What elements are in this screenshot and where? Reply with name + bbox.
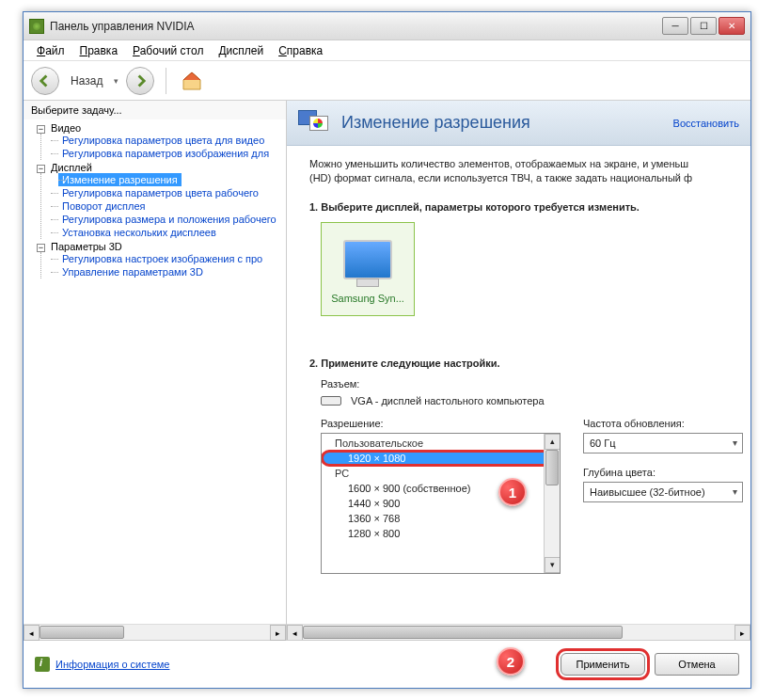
footer: Информация о системе Применить Отмена — [24, 640, 750, 687]
toolbar-separator — [166, 68, 166, 94]
res-item-1920x1080[interactable]: 1920 × 1080 — [322, 451, 560, 466]
res-item-1280x800[interactable]: 1280 × 800 — [322, 526, 560, 541]
toolbar: Назад ▾ — [24, 61, 750, 101]
app-window: Панель управления NVIDIA ─ ☐ ✕ Файл Прав… — [23, 11, 751, 689]
tree-toggle-3d[interactable]: − — [37, 244, 45, 252]
titlebar[interactable]: Панель управления NVIDIA ─ ☐ ✕ — [24, 12, 750, 40]
window-title: Панель управления NVIDIA — [50, 20, 662, 33]
tree-item-rotate[interactable]: Поворот дисплея — [51, 199, 286, 213]
menu-display[interactable]: Дисплей — [213, 42, 269, 59]
forward-button[interactable] — [126, 67, 154, 95]
main-panel: Изменение разрешения Восстановить Можно … — [287, 101, 750, 640]
tree-item-video-image[interactable]: Регулировка параметров изображения для — [51, 147, 286, 160]
display-name-label: Samsung Syn... — [331, 293, 404, 304]
info-icon — [35, 657, 50, 672]
menu-help[interactable]: Справка — [273, 42, 328, 59]
arrow-left-icon — [39, 74, 52, 88]
connector-value: VGA - дисплей настольного компьютера — [351, 395, 545, 406]
resolution-header-icon — [298, 108, 332, 138]
menu-desktop[interactable]: Рабочий стол — [127, 42, 209, 59]
tree-item-video-color[interactable]: Регулировка параметров цвета для видео — [51, 134, 286, 147]
home-button[interactable] — [178, 67, 206, 95]
tree-group-video[interactable]: Видео — [51, 122, 81, 134]
back-dropdown[interactable]: ▾ — [114, 76, 118, 86]
callout-2: 2 — [497, 647, 525, 676]
close-button[interactable]: ✕ — [719, 17, 745, 35]
step1-title: 1. Выберите дисплей, параметры которого … — [309, 201, 743, 213]
cancel-button[interactable]: Отмена — [655, 653, 739, 676]
callout-1: 1 — [498, 478, 527, 506]
scroll-right-icon[interactable]: ▸ — [270, 625, 286, 641]
vga-connector-icon — [321, 396, 341, 406]
tree-toggle-video[interactable]: − — [37, 125, 45, 134]
refresh-label: Частота обновления: — [583, 418, 743, 429]
arrow-right-icon — [134, 74, 147, 88]
scroll-up-icon[interactable]: ▴ — [545, 434, 561, 450]
resolution-label: Разрешение: — [321, 418, 561, 429]
res-group-pc: PC — [322, 466, 560, 481]
scroll-down-icon[interactable]: ▾ — [545, 557, 561, 573]
scroll-left-icon[interactable]: ◂ — [24, 625, 39, 641]
res-item-1360x768[interactable]: 1360 × 768 — [322, 511, 560, 526]
menubar: Файл Правка Рабочий стол Дисплей Справка — [24, 40, 750, 61]
nvidia-icon — [29, 19, 44, 34]
task-tree: − Видео Регулировка параметров цвета для… — [24, 119, 286, 624]
maximize-button[interactable]: ☐ — [690, 17, 717, 35]
tree-item-size-position[interactable]: Регулировка размера и положения рабочего — [51, 213, 286, 226]
tree-item-desktop-color[interactable]: Регулировка параметров цвета рабочего — [51, 186, 286, 199]
restore-link[interactable]: Восстановить — [673, 118, 739, 129]
tree-item-3d-params[interactable]: Управление параметрами 3D — [51, 265, 286, 278]
tree-group-3d[interactable]: Параметры 3D — [51, 241, 122, 252]
page-title: Изменение разрешения — [341, 113, 673, 133]
tree-item-multi-display[interactable]: Установка нескольких дисплеев — [51, 226, 286, 239]
tree-group-display[interactable]: Дисплей — [51, 162, 92, 173]
menu-file[interactable]: Файл — [31, 42, 71, 59]
display-selector[interactable]: Samsung Syn... — [321, 222, 415, 316]
main-scroll-left-icon[interactable]: ◂ — [287, 625, 303, 640]
apply-button[interactable]: Применить — [561, 653, 645, 676]
sidebar-hscrollbar[interactable]: ◂ ▸ — [24, 624, 286, 640]
depth-label: Глубина цвета: — [583, 467, 743, 478]
connector-label: Разъем: — [321, 378, 743, 390]
tree-toggle-display[interactable]: − — [37, 165, 45, 173]
step2-title: 2. Примените следующие настройки. — [309, 358, 743, 369]
main-hscrollbar[interactable]: ◂ ▸ — [287, 624, 750, 640]
res-group-custom: Пользовательское — [322, 436, 560, 451]
sidebar-scroll-thumb[interactable] — [39, 626, 124, 639]
tree-item-3d-image[interactable]: Регулировка настроек изображения с про — [51, 252, 286, 265]
tree-item-resolution[interactable]: Изменение разрешения — [58, 173, 182, 186]
sidebar-title: Выберите задачу... — [24, 101, 286, 119]
home-icon — [181, 70, 203, 92]
back-button[interactable] — [31, 67, 59, 95]
resolution-listbox[interactable]: Пользовательское 1920 × 1080 PC 1600 × 9… — [321, 433, 561, 574]
back-label: Назад — [71, 74, 103, 88]
main-content: Можно уменьшить количество элементов, от… — [287, 146, 750, 624]
resolution-scroll-thumb[interactable] — [545, 450, 559, 485]
main-scroll-thumb[interactable] — [303, 626, 623, 639]
main-header: Изменение разрешения Восстановить — [287, 101, 750, 146]
depth-dropdown[interactable]: Наивысшее (32-битное) — [583, 482, 743, 502]
main-scroll-right-icon[interactable]: ▸ — [735, 625, 750, 640]
sidebar: Выберите задачу... − Видео Регулировка п… — [24, 101, 287, 640]
minimize-button[interactable]: ─ — [662, 17, 688, 35]
description-text: Можно уменьшить количество элементов, от… — [309, 157, 743, 186]
monitor-icon — [343, 240, 392, 279]
resolution-scrollbar[interactable]: ▴ ▾ — [544, 434, 560, 573]
refresh-dropdown[interactable]: 60 Гц — [583, 433, 743, 453]
system-info-link[interactable]: Информация о системе — [55, 659, 169, 670]
menu-edit[interactable]: Правка — [74, 42, 124, 59]
